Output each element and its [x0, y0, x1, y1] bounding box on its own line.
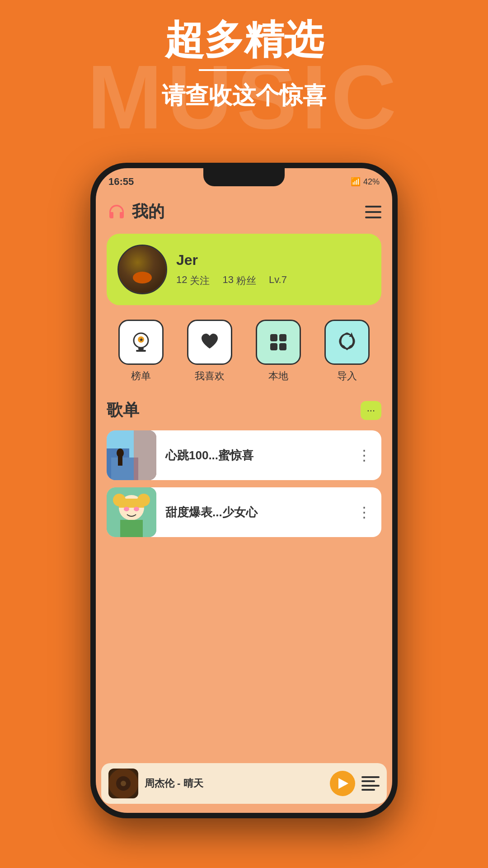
headline-area: 超多精选 请查收这个惊喜	[0, 18, 488, 112]
import-icon-box	[324, 320, 370, 365]
profile-info: Jer 12 关注 13 粉丝 Lv.7	[176, 252, 371, 288]
svg-rect-1	[138, 348, 144, 350]
playlist-more-2[interactable]: ⋮	[348, 504, 381, 521]
np-list-icon[interactable]	[361, 774, 380, 793]
local-label: 本地	[268, 369, 288, 383]
headphone-icon	[107, 202, 127, 222]
notch	[203, 168, 285, 186]
followers-label: 粉丝	[236, 274, 256, 288]
svg-point-21	[134, 507, 139, 511]
svg-rect-14	[134, 430, 156, 480]
header-title: 我的	[132, 201, 164, 223]
np-info: 周杰伦 - 晴天	[145, 777, 324, 790]
section-title: 歌单	[107, 399, 139, 421]
header-bar: 我的	[107, 192, 381, 234]
svg-point-20	[124, 507, 129, 511]
profile-name: Jer	[176, 252, 371, 269]
followers-count: 13	[222, 274, 233, 288]
play-triangle-icon	[338, 778, 348, 789]
action-bangdan[interactable]: ★ 榜单	[118, 320, 164, 383]
status-time: 16:55	[108, 176, 134, 188]
svg-rect-8	[279, 343, 286, 350]
playlist-item-1[interactable]: 心跳100...蜜惊喜 ⋮	[107, 430, 381, 480]
np-play-button[interactable]	[330, 771, 355, 796]
thumbnail-scene-1	[107, 430, 156, 480]
np-title: 周杰伦 - 晴天	[145, 777, 324, 790]
playlist-name-1: 心跳100...蜜惊喜	[156, 448, 348, 463]
stat-level: Lv.7	[269, 274, 287, 288]
action-local[interactable]: 本地	[256, 320, 301, 383]
action-favorites[interactable]: 我喜欢	[187, 320, 232, 383]
battery-icon: 42%	[363, 177, 380, 187]
playlist-item-2[interactable]: 甜度爆表...少女心 ⋮	[107, 487, 381, 537]
svg-point-25	[121, 781, 126, 786]
phone-screen: 16:55 📶 42% 我的	[96, 168, 392, 813]
playlist-name-2: 甜度爆表...少女心	[156, 505, 348, 520]
avatar	[117, 245, 167, 294]
action-import[interactable]: 导入	[324, 320, 370, 383]
svg-text:★: ★	[139, 337, 144, 342]
import-label: 导入	[337, 369, 357, 383]
app-content: 我的 Jer 12 关注	[96, 192, 392, 813]
signal-icon: 📶	[351, 177, 361, 187]
svg-rect-5	[270, 334, 277, 341]
svg-rect-7	[270, 343, 277, 350]
playlist-more-1[interactable]: ⋮	[348, 447, 381, 464]
svg-rect-2	[136, 350, 146, 352]
stat-followers: 13 粉丝	[222, 274, 256, 288]
quick-actions: ★ 榜单 我喜欢	[107, 320, 381, 383]
svg-rect-19	[119, 499, 144, 508]
thumbnail-scene-2	[107, 487, 156, 537]
menu-icon[interactable]	[365, 206, 381, 218]
following-count: 12	[176, 274, 187, 288]
profile-stats: 12 关注 13 粉丝 Lv.7	[176, 274, 371, 288]
playlist-thumbnail-2	[107, 487, 156, 537]
header-left: 我的	[107, 201, 164, 223]
phone-frame: 16:55 📶 42% 我的	[90, 163, 398, 818]
playlist-thumbnail-1	[107, 430, 156, 480]
headline-divider	[199, 69, 289, 71]
profile-card[interactable]: Jer 12 关注 13 粉丝 Lv.7	[107, 234, 381, 305]
favorites-icon-box	[187, 320, 232, 365]
stat-following: 12 关注	[176, 274, 210, 288]
more-btn[interactable]: ···	[361, 401, 381, 420]
level-value: Lv.7	[269, 274, 287, 288]
trophy-icon: ★	[129, 330, 153, 354]
now-playing-bar[interactable]: 周杰伦 - 晴天	[101, 763, 387, 804]
local-icon-box	[256, 320, 301, 365]
section-header: 歌单 ···	[107, 399, 381, 421]
heart-icon	[198, 330, 221, 354]
bangdan-label: 榜单	[131, 369, 151, 383]
import-icon	[335, 330, 359, 354]
svg-rect-13	[118, 457, 122, 466]
svg-rect-6	[279, 334, 286, 341]
bangdan-icon-box: ★	[118, 320, 164, 365]
np-thumbnail	[108, 769, 138, 798]
headline-main: 超多精选	[0, 18, 488, 62]
favorites-label: 我喜欢	[195, 369, 225, 383]
svg-rect-22	[120, 520, 143, 537]
svg-point-12	[117, 448, 124, 458]
status-icons: 📶 42%	[351, 177, 380, 187]
np-thumbnail-art	[108, 769, 138, 798]
following-label: 关注	[190, 274, 210, 288]
avatar-img	[119, 246, 166, 293]
headline-sub: 请查收这个惊喜	[0, 80, 488, 112]
grid-icon	[267, 330, 290, 354]
